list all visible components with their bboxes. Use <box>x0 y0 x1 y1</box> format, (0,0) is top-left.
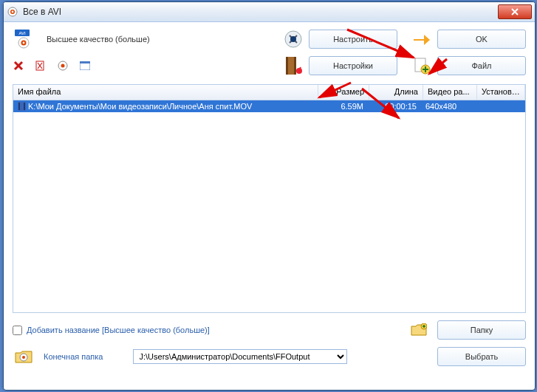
list-body: K:\Мои Документы\Мои видеозаписи\Личное\… <box>13 100 525 312</box>
folder-add-icon[interactable] <box>411 323 427 337</box>
toolbar: AVI Высшее качество (больше) Настроить O… <box>4 22 535 84</box>
svg-rect-22 <box>18 103 20 110</box>
svg-point-7 <box>23 42 25 44</box>
output-label: Конечная папка <box>44 352 103 361</box>
video-file-icon <box>18 102 26 111</box>
cell-filename: K:\Мои Документы\Мои видеозаписи\Личное\… <box>28 102 252 111</box>
svg-rect-23 <box>24 103 25 110</box>
clear-icon[interactable] <box>35 60 47 72</box>
output-path-select[interactable]: J:\Users\Администратор\Documents\FFOutpu… <box>133 349 347 364</box>
list-header: Имя файла Размер Длина Видео ра... Устан… <box>13 85 525 100</box>
col-length[interactable]: Длина <box>369 85 423 100</box>
app-icon <box>7 6 18 18</box>
add-title-label: Добавить название [Высшее качество (боль… <box>27 326 210 334</box>
window-buttons <box>496 4 532 19</box>
col-dialog[interactable]: Установить диа... <box>477 85 525 100</box>
svg-point-26 <box>22 356 25 359</box>
svg-rect-17 <box>294 57 296 75</box>
svg-point-2 <box>12 11 14 13</box>
svg-text:AVI: AVI <box>18 31 26 35</box>
delete-icon[interactable] <box>13 60 24 72</box>
svg-rect-14 <box>80 61 90 63</box>
titlebar: Все в AVI <box>4 2 535 22</box>
folder-button[interactable]: Папку <box>437 320 526 340</box>
add-title-checkbox[interactable]: Добавить название [Высшее качество (боль… <box>13 326 210 335</box>
cell-size: 6.59M <box>318 102 368 111</box>
ok-button[interactable]: OK <box>437 30 526 49</box>
col-filename[interactable]: Имя файла <box>13 85 318 100</box>
configure-button[interactable]: Настроить <box>309 30 397 49</box>
col-size[interactable]: Размер <box>318 85 369 100</box>
col-videores[interactable]: Видео ра... <box>423 85 477 100</box>
cell-res: 640x480 <box>421 102 474 111</box>
disc-icon[interactable] <box>57 60 69 72</box>
output-icon[interactable] <box>13 347 35 366</box>
file-add-icon[interactable] <box>411 56 433 75</box>
settings-button[interactable]: Настройки <box>309 56 397 75</box>
file-button[interactable]: Файл <box>437 56 526 75</box>
ok-arrow-icon <box>411 30 433 49</box>
svg-point-9 <box>290 36 296 42</box>
settings-icon[interactable] <box>282 56 304 75</box>
configure-icon[interactable] <box>282 30 304 49</box>
svg-point-12 <box>61 64 65 68</box>
svg-rect-16 <box>286 57 288 75</box>
avi-profile-icon[interactable]: AVI <box>13 30 35 49</box>
small-toolbar <box>13 60 91 72</box>
window-title: Все в AVI <box>23 7 61 17</box>
quality-label: Высшее качество (больше) <box>47 35 150 44</box>
app-window: Все в AVI AVI Высшее качество (больше) Н… <box>3 1 536 391</box>
cell-length: 00:00:15 <box>368 102 421 111</box>
table-row[interactable]: K:\Мои Документы\Мои видеозаписи\Личное\… <box>13 100 525 112</box>
select-button[interactable]: Выбрать <box>437 347 526 366</box>
add-title-input[interactable] <box>13 326 22 335</box>
footer: Добавить название [Высшее качество (боль… <box>4 313 535 375</box>
file-list[interactable]: Имя файла Размер Длина Видео ра... Устан… <box>13 84 526 313</box>
window-icon[interactable] <box>79 60 91 72</box>
close-button[interactable] <box>498 4 532 19</box>
